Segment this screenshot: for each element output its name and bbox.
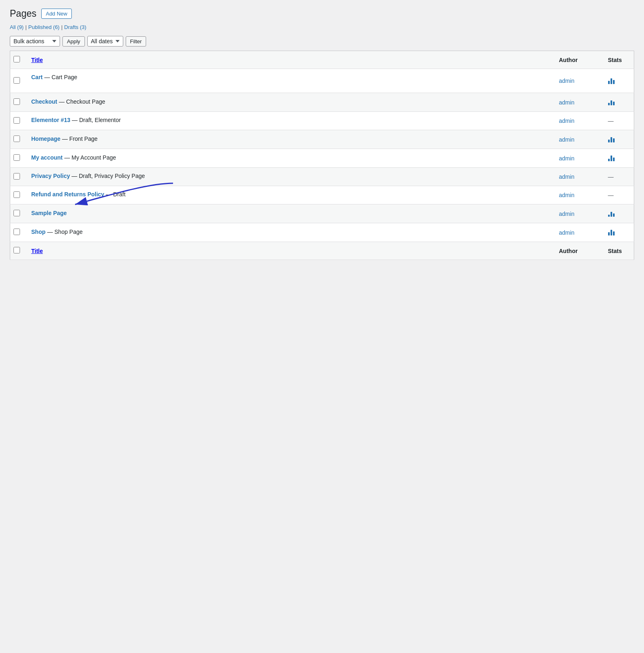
row-stats-cell xyxy=(602,69,634,93)
row-checkbox[interactable] xyxy=(13,117,20,124)
page-title-link[interactable]: Checkout xyxy=(31,98,58,105)
stats-chart-icon[interactable] xyxy=(608,77,615,84)
row-checkbox-cell xyxy=(10,93,25,112)
author-link[interactable]: admin xyxy=(559,155,575,162)
row-author-cell: admin xyxy=(553,149,602,168)
row-author-cell: admin xyxy=(553,93,602,112)
author-link[interactable]: admin xyxy=(559,211,575,217)
stats-chart-icon[interactable] xyxy=(608,228,615,235)
row-checkbox[interactable] xyxy=(13,77,20,84)
author-link[interactable]: admin xyxy=(559,229,575,236)
row-checkbox[interactable] xyxy=(13,98,20,105)
all-dates-select[interactable]: All dates xyxy=(87,36,123,47)
row-author-cell: admin xyxy=(553,204,602,223)
row-checkbox[interactable] xyxy=(13,154,20,161)
filter-button[interactable]: Filter xyxy=(126,36,147,47)
row-checkbox-cell xyxy=(10,69,25,93)
row-stats-cell xyxy=(602,130,634,149)
row-checkbox-cell xyxy=(10,223,25,242)
page-description: — Shop Page xyxy=(47,229,82,235)
header-title-column[interactable]: Title xyxy=(25,51,553,69)
row-author-cell: admin xyxy=(553,69,602,93)
row-checkbox[interactable] xyxy=(13,135,20,142)
row-title-cell: Sample Page xyxy=(25,204,553,223)
select-all-checkbox-top[interactable] xyxy=(13,56,20,62)
table-row: Shop — Shop Page admin xyxy=(10,223,634,242)
row-stats-cell xyxy=(602,149,634,168)
row-title-cell: Checkout — Checkout Page xyxy=(25,93,553,112)
page-title: Pages xyxy=(10,8,36,19)
header-stats-column: Stats xyxy=(602,51,634,69)
stats-dash: — xyxy=(608,173,614,180)
table-row: Homepage — Front Page admin xyxy=(10,130,634,149)
pages-list: Cart — Cart Page Edit | Quick Edit | Tra… xyxy=(10,69,634,242)
row-checkbox[interactable] xyxy=(13,229,20,235)
row-title-cell: Elementor #13 — Draft, Elementor xyxy=(25,112,553,130)
page-title-link[interactable]: My account xyxy=(31,154,63,161)
stats-dash: — xyxy=(608,192,614,198)
table-row: Elementor #13 — Draft, Elementor admin — xyxy=(10,112,634,130)
page-title-link[interactable]: Privacy Policy xyxy=(31,173,70,179)
row-checkbox-cell xyxy=(10,112,25,130)
select-all-checkbox-bottom[interactable] xyxy=(13,247,20,253)
filter-all-link[interactable]: All (9) xyxy=(10,24,24,30)
page-title-link[interactable]: Shop xyxy=(31,229,46,235)
row-checkbox[interactable] xyxy=(13,173,20,180)
page-description: — My Account Page xyxy=(64,154,116,161)
header-check-column xyxy=(10,51,25,69)
row-checkbox-cell xyxy=(10,168,25,186)
pages-table: Title Author Stats Cart — Cart Page xyxy=(10,51,634,260)
page-title-link[interactable]: Elementor #13 xyxy=(31,117,71,123)
footer-title-column[interactable]: Title xyxy=(25,242,553,260)
row-stats-cell: — xyxy=(602,186,634,204)
page-title-link[interactable]: Cart xyxy=(31,74,43,80)
row-stats-cell: — xyxy=(602,168,634,186)
header-author-column: Author xyxy=(553,51,602,69)
row-author-cell: admin xyxy=(553,130,602,149)
apply-button[interactable]: Apply xyxy=(62,36,85,47)
page-title-link[interactable]: Homepage xyxy=(31,135,61,142)
title-sort-link-bottom[interactable]: Title xyxy=(31,248,43,254)
bulk-actions-select[interactable]: Bulk actions Edit Move to Trash xyxy=(10,36,60,47)
stats-chart-icon[interactable] xyxy=(608,98,615,105)
tablenav-top: Bulk actions Edit Move to Trash Apply Al… xyxy=(10,36,634,47)
page-description: — Cart Page xyxy=(44,74,77,80)
page-description: — Checkout Page xyxy=(59,98,105,105)
stats-chart-icon[interactable] xyxy=(608,209,615,217)
row-checkbox-cell xyxy=(10,149,25,168)
filter-drafts-link[interactable]: Drafts (3) xyxy=(64,24,86,30)
pages-table-container: Title Author Stats Cart — Cart Page xyxy=(10,51,634,260)
row-checkbox[interactable] xyxy=(13,210,20,216)
footer-stats-column: Stats xyxy=(602,242,634,260)
row-title-cell: Refund and Returns Policy — Draft xyxy=(25,186,553,204)
page-description: — Draft, Privacy Policy Page xyxy=(71,173,145,179)
author-link[interactable]: admin xyxy=(559,118,575,124)
row-checkbox-cell xyxy=(10,204,25,223)
author-link[interactable]: admin xyxy=(559,136,575,143)
stats-chart-icon[interactable] xyxy=(608,154,615,161)
author-link[interactable]: admin xyxy=(559,99,575,106)
filter-published-link[interactable]: Published (6) xyxy=(28,24,60,30)
author-link[interactable]: admin xyxy=(559,192,575,198)
page-description: — Front Page xyxy=(62,135,98,142)
table-row: Refund and Returns Policy — Draft admin … xyxy=(10,186,634,204)
page-description: — Draft xyxy=(106,191,125,198)
row-author-cell: admin xyxy=(553,223,602,242)
table-row: Checkout — Checkout Page admin xyxy=(10,93,634,112)
row-stats-cell: — xyxy=(602,112,634,130)
title-sort-link[interactable]: Title xyxy=(31,57,43,63)
row-stats-cell xyxy=(602,93,634,112)
subsubsub-nav: All (9) | Published (6) | Drafts (3) xyxy=(10,24,634,30)
page-title-link[interactable]: Sample Page xyxy=(31,210,67,216)
stats-chart-icon[interactable] xyxy=(608,135,615,142)
table-row: Sample Page admin xyxy=(10,204,634,223)
add-new-button[interactable]: Add New xyxy=(41,9,72,19)
row-title-cell: My account — My Account Page xyxy=(25,149,553,168)
row-checkbox[interactable] xyxy=(13,191,20,198)
page-title-link[interactable]: Refund and Returns Policy xyxy=(31,191,104,198)
row-author-cell: admin xyxy=(553,168,602,186)
author-link[interactable]: admin xyxy=(559,78,575,84)
stats-dash: — xyxy=(608,118,614,124)
author-link[interactable]: admin xyxy=(559,173,575,180)
row-title-cell: Cart — Cart Page Edit | Quick Edit | Tra… xyxy=(25,69,553,93)
